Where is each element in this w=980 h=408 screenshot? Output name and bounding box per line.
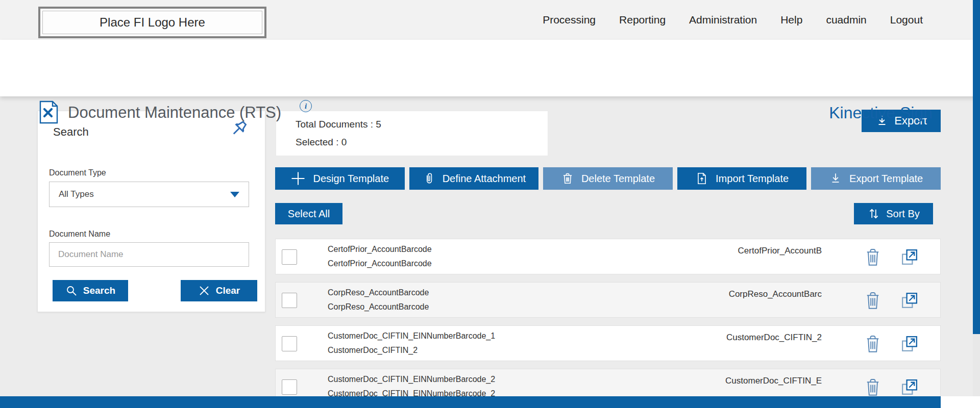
info-icon[interactable]: i	[300, 100, 312, 112]
nav-item-cuadmin[interactable]: cuadmin	[826, 14, 866, 26]
nav-item-processing[interactable]: Processing	[543, 14, 596, 26]
import-template-button[interactable]: Import Template	[677, 167, 807, 190]
document-name: CustomerDoc_CIFTIN_EINNumberBarcode_1	[328, 332, 495, 341]
document-name-label: Document Name	[49, 230, 110, 239]
nav-item-administration[interactable]: Administration	[689, 14, 757, 26]
delete-row-icon[interactable]	[864, 334, 882, 354]
horizontal-scrollbar-thumb[interactable]	[0, 396, 941, 408]
search-button[interactable]: Search	[53, 280, 128, 301]
export-template-label: Export Template	[849, 173, 923, 185]
fi-logo-text: Place FI Logo Here	[42, 11, 262, 34]
plus-icon	[290, 171, 306, 186]
delete-template-button[interactable]: Delete Template	[543, 167, 673, 190]
top-nav-bar: Place FI Logo Here Processing Reporting …	[0, 0, 980, 40]
sort-arrows-icon	[867, 207, 880, 220]
table-row: CustomerDoc_CIFTIN_EINNumberBarcode_1 Cu…	[275, 325, 941, 361]
selected-value: 0	[341, 137, 347, 147]
search-button-label: Search	[83, 285, 115, 296]
clear-button-label: Clear	[216, 285, 240, 296]
delete-row-icon[interactable]	[864, 377, 882, 397]
document-template-name: CustomerDoc_CIFTIN_2	[726, 333, 822, 343]
document-type-value: All Types	[59, 189, 94, 199]
document-name: CustomerDoc_CIFTIN_EINNumberBarcode_2	[328, 375, 495, 384]
vertical-scrollbar-thumb[interactable]	[973, 0, 980, 334]
template-toolbar: Design Template Define Attachment Delete…	[275, 167, 941, 190]
download-icon	[829, 172, 842, 185]
document-template-name: CustomerDoc_CIFTIN_E	[725, 376, 822, 386]
chevron-down-icon	[230, 192, 239, 197]
search-icon	[65, 285, 78, 297]
table-row: CertofPrior_AccountBarcode CertofPrior_A…	[275, 239, 941, 274]
total-documents-value: 5	[376, 119, 381, 130]
row-checkbox[interactable]	[282, 336, 297, 351]
open-template-icon[interactable]	[899, 377, 920, 397]
page-title: Document Maintenance (RTS)	[68, 104, 281, 122]
search-panel: Search Document Type All Types Document …	[37, 111, 265, 312]
horizontal-scrollbar-track[interactable]	[941, 396, 980, 408]
document-name: CorpReso_AccountBarcode	[328, 288, 429, 297]
document-template-name: CorpReso_AccountBarc	[729, 289, 822, 299]
define-attachment-button[interactable]: Define Attachment	[409, 167, 539, 190]
select-all-label: Select All	[288, 208, 330, 220]
total-documents-label: Total Documents :	[296, 119, 373, 130]
select-all-button[interactable]: Select All	[275, 203, 342, 224]
open-template-icon[interactable]	[899, 290, 920, 311]
document-upload-icon	[695, 172, 708, 185]
row-checkbox[interactable]	[282, 379, 297, 395]
vertical-scrollbar-track[interactable]	[973, 334, 980, 396]
delete-template-label: Delete Template	[581, 173, 655, 185]
document-maintenance-icon	[39, 100, 58, 124]
clear-button[interactable]: Clear	[181, 280, 257, 301]
document-type-label: Document Type	[49, 168, 106, 177]
page-header: Document Maintenance (RTS) i Kinective S…	[0, 40, 980, 96]
nav-item-reporting[interactable]: Reporting	[619, 14, 666, 26]
selected-label: Selected :	[296, 137, 339, 147]
delete-row-icon[interactable]	[864, 290, 882, 311]
design-template-label: Design Template	[313, 173, 389, 185]
brand-title: Kinective Sign	[829, 104, 933, 122]
define-attachment-label: Define Attachment	[443, 173, 526, 185]
open-template-icon[interactable]	[899, 247, 920, 267]
nav-item-logout[interactable]: Logout	[890, 14, 923, 26]
main-menu: Processing Reporting Administration Help…	[543, 0, 923, 40]
nav-item-help[interactable]: Help	[780, 14, 802, 26]
row-checkbox[interactable]	[282, 249, 297, 265]
document-name: CertofPrior_AccountBarcode	[328, 245, 432, 254]
sort-by-button[interactable]: Sort By	[854, 203, 933, 224]
summary-card: Total Documents : 5 Selected : 0	[276, 111, 548, 156]
document-name-input[interactable]	[49, 242, 249, 267]
document-description: CustomerDoc_CIFTIN_2	[328, 346, 418, 355]
document-template-name: CertofPrior_AccountB	[738, 246, 822, 256]
document-list: CertofPrior_AccountBarcode CertofPrior_A…	[275, 239, 941, 408]
import-template-label: Import Template	[716, 173, 789, 185]
paperclip-icon	[422, 172, 435, 185]
document-description: CertofPrior_AccountBarcode	[328, 259, 432, 268]
open-template-icon[interactable]	[899, 334, 920, 354]
table-row: CorpReso_AccountBarcode CorpReso_Account…	[275, 282, 941, 318]
export-template-button[interactable]: Export Template	[811, 167, 941, 190]
document-type-select[interactable]: All Types	[49, 182, 249, 207]
search-panel-title: Search	[53, 125, 89, 139]
fi-logo-placeholder: Place FI Logo Here	[38, 7, 266, 38]
design-template-button[interactable]: Design Template	[275, 167, 405, 190]
document-description: CorpReso_AccountBarcode	[328, 302, 429, 312]
trash-icon	[561, 172, 574, 185]
sort-by-label: Sort By	[886, 208, 920, 220]
delete-row-icon[interactable]	[864, 247, 882, 267]
close-icon	[198, 285, 210, 297]
row-checkbox[interactable]	[282, 293, 297, 308]
